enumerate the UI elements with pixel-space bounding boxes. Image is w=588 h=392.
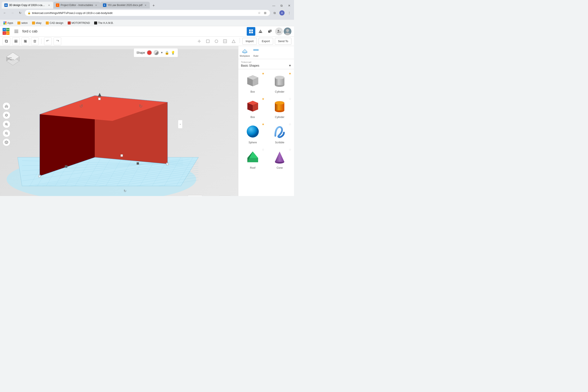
star-icon[interactable]: ☆ (257, 11, 261, 15)
minimize-button[interactable]: — (271, 2, 277, 8)
zoom-out-button[interactable] (2, 130, 10, 137)
back-button[interactable]: ← (2, 10, 8, 16)
shapes-section-header: Tinkercad Basic Shapes ▼ (238, 59, 294, 69)
tinkercad-logo[interactable]: TIN KER C AD (2, 28, 10, 35)
restore-button[interactable]: ⧉ (278, 2, 284, 8)
logo-cell-tin: TIN (2, 28, 6, 32)
delete-button[interactable] (31, 38, 39, 45)
extensions-button[interactable]: ⧉ (272, 10, 278, 16)
close-window-button[interactable]: ✕ (286, 2, 292, 8)
workplane-button[interactable]: Workplane (240, 48, 250, 57)
import-button[interactable]: Import (242, 38, 257, 45)
collapse-icon: › (180, 123, 181, 126)
view-cube-button[interactable] (2, 138, 10, 146)
tab-3-close[interactable]: ✕ (144, 4, 147, 7)
apps-bookmark[interactable]: Apps (2, 21, 15, 25)
redo-button[interactable] (54, 38, 61, 45)
shape-outline-button[interactable] (204, 38, 211, 45)
ungroup-button[interactable] (22, 38, 29, 45)
export-button[interactable]: Export (258, 38, 273, 45)
shape-item-cone[interactable]: ☆ (267, 147, 292, 171)
reload-button[interactable]: ↻ (17, 10, 23, 16)
roof-thumb (244, 148, 261, 166)
gray-cylinder-label: Cylinder (275, 90, 284, 93)
shape-item-scribble[interactable]: ☆ (267, 122, 292, 145)
orientation-cube[interactable]: BACK LEFT (4, 50, 22, 68)
shape-color-hole-button[interactable] (154, 50, 159, 55)
star-gray-cylinder[interactable]: ★ (289, 72, 292, 75)
shape-item-roof[interactable]: ☆ Roof (240, 147, 266, 171)
seton-label: seton (21, 22, 28, 24)
cone-thumb (271, 148, 288, 166)
profile-button[interactable]: A (279, 10, 285, 16)
shape-item-sphere[interactable]: ★ (240, 122, 266, 145)
cad-design-bookmark[interactable]: CAD design (44, 21, 65, 25)
svg-rect-6 (251, 32, 253, 33)
shape-panel: Shape ▼ 🔒 💡 (134, 48, 178, 57)
svg-point-135 (247, 126, 259, 138)
extensions-icon[interactable]: ⊞ (263, 11, 267, 15)
tab-3[interactable]: K Y8 Law Booklet 2020.docx.pdf ✕ (100, 2, 150, 8)
svg-rect-77 (98, 98, 100, 100)
tab-1-title: 3D design Copy of 1919 c-cab b... (9, 4, 46, 7)
star-red-box[interactable]: ★ (262, 97, 264, 100)
star-cone[interactable]: ☆ (289, 148, 292, 151)
undo-button[interactable] (44, 38, 52, 45)
edit-grid-button[interactable]: Edit Grid (188, 195, 202, 196)
seton-bookmark[interactable]: seton (16, 21, 29, 25)
section-dropdown-button[interactable]: ▼ (288, 64, 292, 67)
svg-point-134 (275, 101, 284, 105)
shape-item-gray-box[interactable]: ★ Box (240, 71, 266, 94)
svg-rect-2 (14, 32, 18, 33)
address-bar[interactable]: 🔒 tinkercad.com/things/ItNPTvPowcJ-copy-… (25, 10, 270, 16)
shape-dropdown-arrow[interactable]: ▼ (160, 51, 163, 54)
ebay-bookmark[interactable]: ebay (30, 21, 43, 25)
viewport[interactable]: ↺ ↻ ↻ (0, 46, 238, 196)
hamb-bookmark[interactable]: The H.A.M.B. (92, 21, 115, 25)
hamburger-menu[interactable] (13, 28, 20, 35)
main-content: ↺ ↻ ↻ (0, 46, 294, 196)
add-user-button[interactable] (275, 28, 283, 35)
tab-2-close[interactable]: ✕ (94, 4, 98, 7)
ruler-button[interactable]: Ruler (251, 48, 261, 57)
star-sphere[interactable]: ★ (262, 122, 264, 126)
send-to-button[interactable]: Send To (275, 38, 292, 45)
shape-lock-icon[interactable]: 🔒 (165, 51, 169, 55)
star-gray-box[interactable]: ★ (262, 72, 264, 75)
light-button[interactable] (196, 38, 203, 45)
shape-light-icon[interactable]: 💡 (171, 51, 175, 55)
grid-button[interactable] (222, 38, 228, 45)
shape-item-gray-cylinder[interactable]: ★ (267, 71, 292, 94)
new-tab-button[interactable]: + (151, 2, 157, 8)
zoom-in-button[interactable] (2, 120, 10, 128)
blocks-view-button[interactable] (266, 27, 274, 36)
user-avatar[interactable] (284, 28, 292, 35)
circle-button[interactable] (213, 38, 220, 45)
menu-button[interactable]: ⋮ (286, 10, 292, 16)
shape-color-red-button[interactable] (147, 50, 152, 55)
triangle-button[interactable] (230, 38, 237, 45)
build-view-button[interactable] (256, 27, 265, 36)
collapse-panel-button[interactable]: › (178, 120, 182, 128)
star-scribble[interactable]: ☆ (289, 122, 292, 126)
actionbar-right: Import Export Send To (196, 38, 292, 45)
star-roof[interactable]: ☆ (262, 148, 264, 151)
copy-button[interactable] (2, 38, 10, 45)
shape-item-red-box[interactable]: ★ Box (240, 96, 266, 120)
tab-3-favicon: K (103, 4, 106, 7)
fit-view-button[interactable] (2, 111, 10, 119)
tab-1-close[interactable]: ✕ (47, 4, 51, 7)
grid-view-button[interactable] (247, 27, 255, 36)
tab-1[interactable]: 66 3D design Copy of 1919 c-cab b... ✕ (2, 2, 53, 8)
forward-button[interactable]: → (10, 10, 16, 16)
shape-item-orange-cylinder[interactable]: ☆ (267, 96, 292, 120)
home-view-button[interactable] (2, 102, 10, 110)
tab-2[interactable]: I Project Editor - Instructables ✕ (53, 2, 100, 8)
group-button[interactable] (12, 38, 20, 45)
url-text: tinkercad.com/things/ItNPTvPowcJ-copy-of… (32, 12, 257, 14)
apps-icon (4, 22, 6, 24)
star-orange-cylinder[interactable]: ☆ (289, 97, 292, 100)
topbar: TIN KER C AD ford c cab (0, 26, 294, 36)
svg-rect-5 (249, 32, 251, 33)
motortrend-bookmark[interactable]: MOTORTREND (66, 21, 92, 25)
